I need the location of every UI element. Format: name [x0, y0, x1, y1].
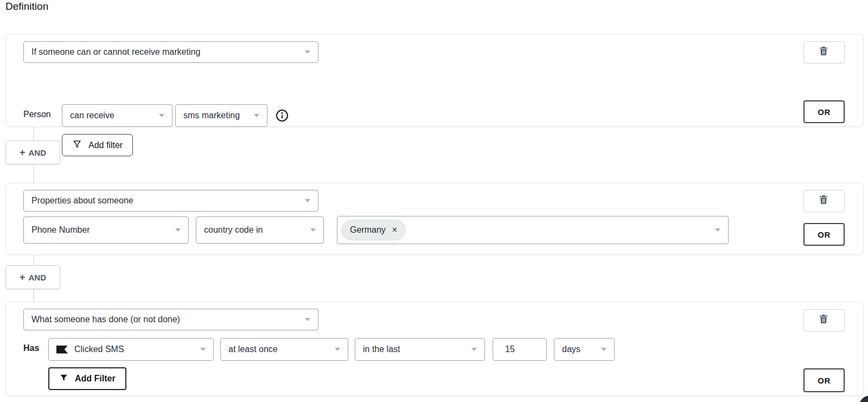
condition-type-select[interactable]: If someone can or cannot receive marketi… — [23, 41, 318, 63]
timeframe-select[interactable]: in the last — [355, 338, 485, 361]
and-label: AND — [29, 273, 47, 282]
trash-icon — [819, 46, 829, 59]
add-filter-button[interactable]: Add Filter — [48, 367, 126, 390]
chat-widget-partial[interactable] — [859, 395, 868, 402]
and-label: AND — [29, 148, 47, 157]
page-title: Definition — [5, 1, 48, 12]
chevron-down-icon — [305, 199, 310, 202]
chevron-down-icon — [159, 114, 164, 117]
add-filter-label: Add Filter — [75, 374, 116, 384]
chevron-down-icon — [715, 228, 720, 232]
add-filter-label: Add filter — [88, 141, 123, 150]
consent-verb-value: can receive — [70, 111, 155, 120]
chevron-down-icon — [310, 228, 316, 232]
add-and-condition-button[interactable]: + AND — [5, 265, 60, 289]
timeframe-unit-value: days — [562, 344, 597, 354]
or-condition-button[interactable]: OR — [803, 100, 845, 123]
chip-label: Germany — [350, 225, 386, 235]
condition-type-select[interactable]: Properties about someone — [23, 190, 318, 212]
plus-icon: + — [20, 148, 25, 157]
or-label: OR — [818, 107, 831, 117]
condition-card-marketing-consent: If someone can or cannot receive marketi… — [5, 34, 864, 127]
chevron-down-icon — [200, 348, 206, 351]
frequency-value: at least once — [228, 344, 330, 354]
operator-value: country code in — [204, 225, 306, 235]
chevron-down-icon — [601, 348, 607, 351]
metric-value: Clicked SMS — [74, 344, 196, 354]
condition-card-behavior: What someone has done (or not done) Has … — [5, 302, 864, 396]
consent-channel-value: sms marketing — [183, 111, 250, 120]
trash-icon — [819, 314, 829, 327]
add-and-condition-button[interactable]: + AND — [5, 141, 60, 164]
property-value: Phone Number — [31, 225, 171, 235]
funnel-icon — [59, 373, 68, 385]
delete-condition-button[interactable] — [803, 309, 845, 331]
chevron-down-icon — [305, 318, 310, 321]
chevron-down-icon — [335, 348, 340, 351]
frequency-select[interactable]: at least once — [220, 338, 348, 361]
delete-condition-button[interactable] — [803, 41, 845, 63]
property-values-multiselect[interactable]: Germany × — [337, 216, 729, 244]
or-condition-button[interactable]: OR — [803, 223, 845, 246]
condition-card-properties: Properties about someone Phone Number co… — [5, 183, 864, 255]
segment-definition-page: Definition If someone can or cannot rece… — [0, 0, 868, 402]
or-label: OR — [818, 230, 831, 239]
chevron-down-icon — [175, 228, 181, 232]
clicked-sms-flag-icon — [56, 346, 68, 354]
value-chip-germany: Germany × — [341, 220, 406, 240]
chevron-down-icon — [254, 114, 259, 117]
delete-condition-button[interactable] — [803, 190, 845, 212]
timeframe-number-input[interactable] — [493, 338, 547, 361]
or-label: OR — [818, 376, 831, 385]
has-row-label: Has — [23, 343, 39, 353]
timeframe-unit-select[interactable]: days — [554, 338, 615, 361]
info-icon[interactable] — [276, 109, 289, 122]
timeframe-value: in the last — [363, 344, 467, 354]
property-select[interactable]: Phone Number — [23, 216, 189, 244]
consent-verb-select[interactable]: can receive — [62, 104, 173, 127]
operator-select[interactable]: country code in — [196, 216, 324, 244]
metric-select[interactable]: Clicked SMS — [48, 338, 214, 361]
plus-icon: + — [20, 272, 25, 282]
consent-channel-select[interactable]: sms marketing — [175, 104, 267, 127]
add-filter-button[interactable]: Add filter — [62, 134, 133, 156]
chevron-down-icon — [471, 348, 477, 351]
condition-type-select[interactable]: What someone has done (or not done) — [23, 309, 318, 330]
condition-type-value: If someone can or cannot receive marketi… — [31, 47, 301, 57]
or-condition-button[interactable]: OR — [803, 368, 845, 392]
condition-type-value: Properties about someone — [31, 196, 301, 206]
chevron-down-icon — [305, 50, 310, 54]
funnel-icon — [72, 139, 82, 151]
remove-chip-icon[interactable]: × — [392, 225, 397, 235]
person-row-label: Person — [23, 110, 51, 119]
trash-icon — [819, 195, 829, 208]
condition-type-value: What someone has done (or not done) — [31, 315, 301, 324]
